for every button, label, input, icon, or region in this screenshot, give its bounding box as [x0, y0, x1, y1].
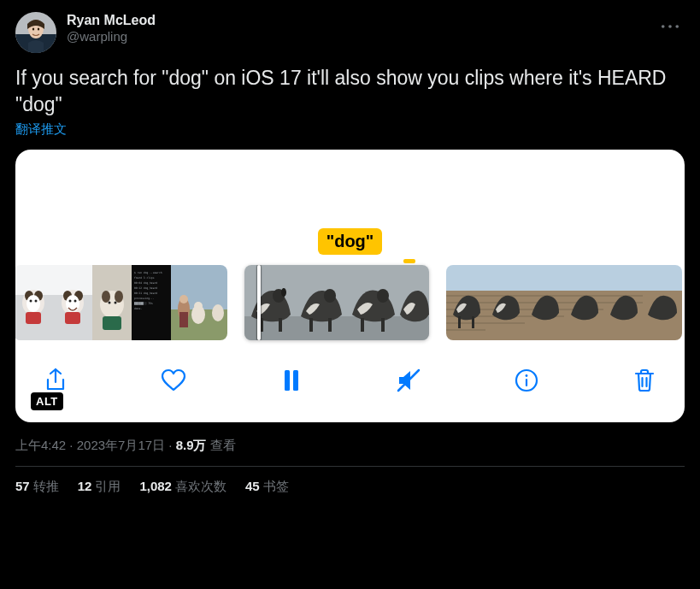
stat-count: 45: [245, 479, 260, 493]
stat-label: 喜欢次数: [175, 479, 226, 493]
meta-separator: ·: [66, 438, 77, 452]
timeline-tick-row: [15, 256, 685, 265]
tweet-container: Ryan McLeod @warpling If you search for …: [0, 0, 700, 495]
video-frame: [347, 265, 398, 340]
svg-point-65: [377, 289, 389, 303]
svg-rect-104: [285, 370, 290, 391]
svg-point-47: [194, 302, 203, 310]
svg-point-60: [324, 289, 336, 303]
meta-separator: ·: [165, 438, 176, 452]
svg-rect-61: [309, 318, 313, 332]
svg-rect-48: [179, 312, 188, 327]
stat-label: 书签: [263, 479, 289, 493]
svg-point-6: [668, 25, 672, 28]
svg-rect-70: [446, 265, 485, 291]
clip-group[interactable]: $ run dog --searchfound 3 clips00:04 dog…: [15, 265, 227, 340]
svg-point-23: [69, 300, 72, 303]
svg-rect-32: [103, 316, 121, 330]
video-frame: [210, 265, 227, 340]
video-frame: [564, 265, 603, 340]
svg-rect-102: [643, 265, 682, 291]
media-card[interactable]: "dog" $ run dog --searchfound 3 clips00:…: [15, 150, 685, 422]
svg-point-55: [281, 288, 286, 297]
video-frame: [296, 265, 347, 340]
svg-point-13: [26, 295, 40, 312]
stat-count: 1,082: [139, 479, 172, 493]
heart-button[interactable]: [156, 362, 191, 398]
mute-button[interactable]: [391, 362, 426, 398]
svg-text:00:04 dog_heard: 00:04 dog_heard: [134, 281, 157, 285]
video-frame: [398, 265, 429, 340]
svg-rect-105: [293, 370, 298, 391]
svg-point-24: [74, 300, 77, 303]
video-frame: [525, 265, 564, 340]
media-toolbar: [15, 345, 685, 422]
search-hit-tick: [403, 259, 415, 263]
svg-point-29: [115, 291, 123, 303]
media-spacer: [15, 150, 685, 228]
svg-rect-78: [458, 316, 461, 328]
svg-rect-62: [328, 318, 332, 332]
svg-point-7: [675, 25, 679, 28]
svg-rect-98: [603, 265, 643, 291]
svg-point-14: [30, 300, 32, 303]
video-frame: [485, 265, 525, 340]
video-filmstrip[interactable]: $ run dog --searchfound 3 clips00:04 dog…: [15, 265, 685, 345]
stat-count: 12: [78, 479, 92, 493]
svg-rect-42: [171, 265, 210, 309]
svg-point-15: [35, 300, 38, 303]
video-frame: [603, 265, 643, 340]
svg-rect-80: [485, 265, 525, 291]
svg-point-31: [115, 302, 117, 304]
svg-rect-16: [26, 312, 41, 324]
svg-point-51: [212, 304, 224, 321]
playhead[interactable]: [244, 265, 296, 340]
video-frame: [643, 265, 682, 340]
clip-group-active[interactable]: [244, 265, 429, 340]
svg-rect-93: [564, 265, 603, 291]
stat-likes[interactable]: 1,082喜欢次数: [139, 479, 226, 495]
trash-button[interactable]: [626, 362, 662, 398]
svg-rect-67: [381, 318, 385, 332]
display-name: Ryan McLeod: [67, 12, 656, 29]
stats-row: 57转推 12引用 1,082喜欢次数 45书签: [15, 467, 685, 495]
more-options-button[interactable]: [656, 12, 685, 37]
video-frame: $ run dog --searchfound 3 clips00:04 dog…: [132, 265, 171, 340]
video-frame: [15, 265, 53, 340]
author-name-block[interactable]: Ryan McLeod @warpling: [67, 12, 656, 45]
tweet-time: 上午4:42: [15, 438, 66, 452]
tweet-date: 2023年7月17日: [77, 438, 165, 452]
video-frame: [53, 265, 92, 340]
translate-link[interactable]: 翻译推文: [15, 121, 67, 138]
tweet-text: If you search for "dog" on iOS 17 it'll …: [15, 65, 685, 118]
info-button[interactable]: [509, 362, 544, 398]
svg-point-45: [179, 295, 188, 303]
svg-point-4: [38, 28, 39, 31]
stat-count: 57: [15, 479, 30, 493]
search-token-label: "dog": [318, 228, 383, 255]
clip-group[interactable]: [446, 265, 682, 340]
svg-text:00:31 dog_heard: 00:31 dog_heard: [134, 292, 157, 295]
svg-rect-56: [260, 318, 263, 332]
tweet-meta[interactable]: 上午4:42 · 2023年7月17日 · 8.9万 查看: [15, 438, 685, 454]
video-frame: [171, 265, 210, 340]
svg-point-22: [66, 295, 79, 312]
views-label: 查看: [207, 438, 236, 452]
svg-rect-66: [361, 318, 364, 332]
stat-bookmarks[interactable]: 45书签: [245, 479, 289, 495]
svg-text:done.: done.: [134, 307, 142, 310]
svg-rect-25: [65, 312, 80, 324]
stat-retweets[interactable]: 57转推: [15, 479, 59, 495]
alt-badge[interactable]: ALT: [31, 392, 63, 410]
pause-button[interactable]: [274, 362, 309, 398]
stat-quotes[interactable]: 12引用: [78, 479, 121, 495]
video-frame: [244, 265, 296, 340]
views-count: 8.9万: [176, 438, 207, 452]
svg-point-109: [526, 374, 528, 377]
avatar[interactable]: [15, 12, 56, 53]
svg-point-30: [109, 302, 111, 304]
svg-text:$ run dog --search: $ run dog --search: [134, 271, 162, 274]
stat-label: 引用: [95, 479, 121, 493]
svg-point-5: [662, 25, 665, 28]
search-token-row: "dog": [15, 228, 685, 256]
